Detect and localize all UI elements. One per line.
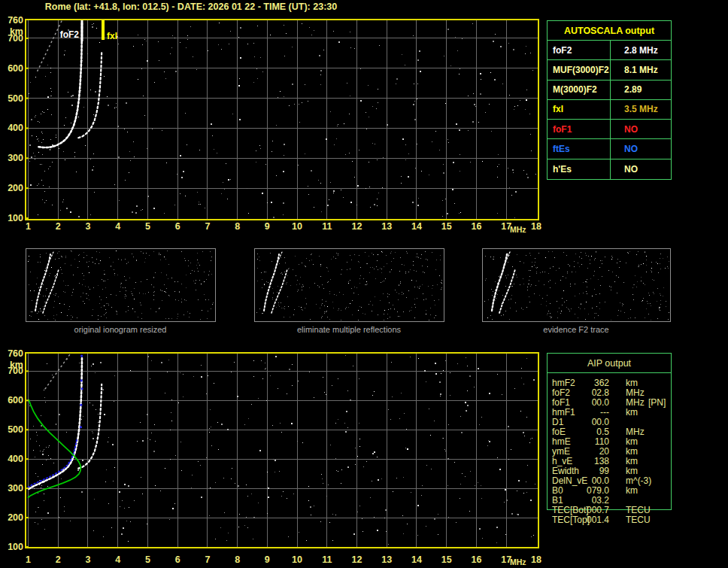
x-tick-label: 3 — [78, 221, 98, 232]
y-tick-label: 100 — [2, 542, 23, 552]
x-tick-label: 4 — [108, 554, 128, 565]
x-tick-label: 8 — [228, 554, 247, 565]
aip-row-unit: km — [626, 486, 638, 496]
autoscala-row-label: MUF(3000)F2 — [548, 60, 611, 80]
x-tick-label: 10 — [287, 554, 307, 565]
x-tick-label: 1 — [19, 221, 38, 232]
aip-row: 001.4TEC[Top]TECU — [548, 515, 671, 525]
autoscala-row-label: h'Es — [548, 159, 611, 179]
ionogram-plot-bottom — [25, 352, 539, 548]
x-tick-label: 13 — [377, 554, 396, 565]
aip-output-table: AIP output 362hmF2km02.8foF2MHz00.0foF1M… — [547, 353, 672, 510]
x-tick-label: 6 — [168, 554, 187, 565]
aip-table-rows: 362hmF2km02.8foF2MHz00.0foF1MHz[PN]---hm… — [548, 378, 671, 525]
aip-row-unit: km — [626, 408, 638, 418]
x-tick-label: 14 — [407, 554, 426, 565]
x-tick-label: 16 — [466, 554, 486, 565]
x-tick-label: 18 — [526, 221, 546, 232]
y-tick-label: 600 — [2, 63, 23, 74]
x-tick-label: 4 — [108, 221, 128, 232]
x-tick-label: 8 — [228, 221, 247, 232]
x-tick-label: 16 — [466, 221, 486, 232]
x-tick-label: 6 — [168, 221, 187, 232]
aip-row-unit: TECU — [626, 515, 651, 525]
autoscala-row-label: foF1 — [548, 120, 611, 139]
x-tick-label: 15 — [437, 554, 457, 565]
top-y-axis-unit: km — [2, 26, 23, 37]
bottom-x-axis-unit: MHz — [510, 557, 526, 566]
x-tick-label: 12 — [347, 221, 367, 232]
autoscala-window: Rome (lat: +41.8, lon: 012.5) - DATE: 20… — [0, 0, 728, 568]
x-tick-label: 5 — [138, 554, 157, 565]
autoscala-row-label: fxI — [548, 100, 611, 120]
y-tick-label: 760 — [2, 15, 23, 26]
x-tick-label: 11 — [317, 221, 337, 232]
x-tick-label: 5 — [138, 221, 157, 232]
x-tick-label: 2 — [48, 221, 68, 232]
y-tick-label: 500 — [2, 93, 23, 104]
autoscala-output-table: AUTOSCALA output foF22.8 MHzMUF(3000)F28… — [547, 20, 672, 180]
x-tick-label: 9 — [257, 554, 277, 565]
autoscala-row-value: 2.8 MHz — [611, 41, 671, 60]
x-tick-label: 11 — [317, 554, 337, 565]
thumbnail-original-ionogram — [26, 248, 216, 322]
y-tick-label: 600 — [2, 395, 23, 405]
y-tick-label: 300 — [2, 153, 23, 163]
autoscala-row-value: NO — [611, 159, 671, 179]
x-tick-label: 13 — [377, 221, 396, 232]
autoscala-row-value: 3.5 MHz — [611, 100, 671, 120]
x-tick-label: 1 — [19, 554, 38, 565]
y-tick-label: 200 — [2, 183, 23, 193]
x-tick-label: 12 — [347, 554, 367, 565]
autoscala-row-label: foF2 — [548, 41, 611, 60]
autoscala-row-label: ftEs — [548, 139, 611, 159]
aip-table-header: AIP output — [548, 354, 671, 373]
autoscala-row-label: M(3000)F2 — [548, 80, 611, 100]
thumbnail-caption-3: evidence F2 trace — [486, 325, 666, 334]
x-tick-label: 10 — [287, 221, 307, 232]
x-tick-label: 7 — [198, 221, 217, 232]
y-tick-label: 400 — [2, 123, 23, 133]
x-tick-label: 2 — [48, 554, 68, 565]
autoscala-row-value: NO — [611, 120, 671, 139]
y-tick-label: 400 — [2, 454, 23, 464]
y-tick-label: 760 — [2, 348, 23, 359]
aip-row: 00.0DelN_vEm^(-3) — [548, 476, 671, 486]
y-tick-label: 500 — [2, 424, 23, 435]
fof2-marker-label: foF2 — [60, 29, 80, 40]
aip-row-extra: [PN] — [648, 398, 666, 408]
thumbnail-evidence-f2-trace — [482, 248, 671, 322]
x-tick-label: 7 — [198, 554, 217, 565]
x-tick-label: 18 — [526, 554, 546, 565]
aip-row-label: TEC[Top] — [552, 515, 590, 525]
fxi-marker-label: fxI — [107, 31, 117, 41]
page-title: Rome (lat: +41.8, lon: 012.5) - DATE: 20… — [44, 2, 338, 12]
y-tick-label: 300 — [2, 483, 23, 494]
x-tick-label: 9 — [257, 221, 277, 232]
x-tick-label: 15 — [437, 221, 457, 232]
x-tick-label: 3 — [78, 554, 98, 565]
autoscala-row-value: 8.1 MHz — [611, 60, 671, 80]
autoscala-row-value: 2.89 — [611, 80, 671, 100]
aip-row: ---hmF1km — [548, 408, 671, 418]
autoscala-row-value: NO — [611, 139, 671, 159]
aip-row: 00.0D1 — [548, 418, 671, 427]
x-tick-label: 14 — [407, 221, 426, 232]
aip-row: 079.0B0km — [548, 486, 671, 496]
thumbnail-caption-2: eliminate multiple reflections — [259, 325, 439, 334]
thumbnail-caption-1: original ionogram resized — [30, 325, 211, 334]
top-x-axis-unit: MHz — [510, 225, 526, 234]
y-tick-label: 200 — [2, 512, 23, 523]
bottom-y-axis-unit: km — [2, 360, 23, 370]
ionogram-plot-top: foF2 fxI — [25, 19, 539, 220]
thumbnail-eliminate-reflections — [254, 248, 444, 322]
autoscala-table-header: AUTOSCALA output — [548, 21, 671, 41]
